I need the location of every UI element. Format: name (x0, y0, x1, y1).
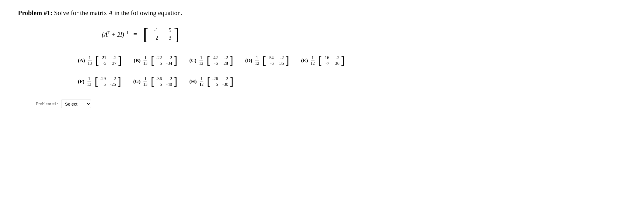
choice-item: (D) 1 12 [ 54 -2 -6 35 ] (245, 55, 291, 67)
matrix-content: -1 5 2 3 (149, 26, 174, 42)
choice-label: (E) (301, 58, 308, 64)
matrix-content: 21 -2 -5 37 (99, 55, 118, 67)
problem-description: Solve for the matrix A in the following … (54, 9, 182, 16)
right-bracket: ] (174, 55, 177, 66)
choice-matrix: [ 16 -2 -7 36 ] (318, 55, 345, 67)
matrix-content: -22 2 5 -34 (155, 55, 174, 67)
cell-r2c2: 35 (278, 61, 284, 66)
right-bracket: ] (229, 55, 233, 66)
right-bracket: ] (118, 55, 122, 66)
cell-r1c2: 5 (164, 27, 171, 34)
fraction-denominator: 12 (199, 61, 203, 66)
choice-matrix: [ -29 2 5 -25 ] (95, 76, 121, 88)
fraction-numerator: 1 (88, 56, 92, 61)
equation-lhs: (AT + 2I)−1 (102, 31, 129, 38)
bottom-problem-label: Problem #1: (36, 101, 58, 106)
answer-select[interactable]: SelectABCDEFGH (61, 100, 91, 108)
fraction: 1 12 (199, 76, 204, 87)
cell-r2c2: 36 (333, 61, 339, 66)
cell-r1c1: -26 (212, 76, 218, 81)
fraction-denominator: 12 (199, 82, 204, 87)
choice-matrix: [ 21 -2 -5 37 ] (95, 55, 122, 67)
problem-number: Problem #1: (18, 9, 52, 16)
cell-r1c1: 54 (268, 55, 274, 60)
choice-matrix: [ 42 -2 -6 28 ] (207, 55, 233, 67)
right-bracket: ] (230, 76, 233, 87)
cell-r2c1: 5 (156, 82, 162, 87)
matrix-content: 16 -2 -7 36 (322, 55, 341, 67)
cell-r1c2: -2 (111, 55, 117, 60)
right-bracket: ] (341, 55, 344, 66)
cell-r2c2: -40 (166, 82, 172, 87)
choice-label: (C) (189, 58, 196, 64)
choices-row-1: (A) 1 13 [ 21 -2 -5 37 ] (B) 1 13 [ -22 … (78, 55, 626, 67)
cell-r2c2: 28 (222, 61, 228, 66)
fraction: 1 13 (143, 56, 147, 66)
choice-item: (G) 1 13 [ -36 2 5 -40 ] (133, 76, 179, 88)
matrix-content: 42 -2 -6 28 (210, 55, 229, 67)
cell-r2c2: -34 (166, 61, 172, 66)
fraction: 1 12 (255, 56, 259, 66)
left-bracket: [ (207, 55, 210, 66)
fraction-denominator: 13 (143, 82, 147, 87)
fraction-numerator: 1 (87, 76, 91, 82)
right-bracket: ] (174, 26, 179, 43)
fraction-denominator: 12 (311, 61, 315, 66)
cell-r1c2: -2 (278, 55, 284, 60)
fraction-denominator: 13 (87, 82, 91, 87)
cell-r1c2: 2 (166, 76, 172, 81)
cell-r2c2: 37 (111, 61, 117, 66)
cell-r1c1: -1 (151, 27, 158, 34)
cell-r2c1: 5 (100, 82, 106, 87)
cell-r1c1: -29 (100, 76, 106, 81)
choice-label: (G) (133, 79, 141, 85)
choice-label: (H) (189, 79, 197, 85)
choice-matrix: [ -36 2 5 -40 ] (151, 76, 177, 88)
left-bracket: [ (95, 76, 98, 87)
choice-item: (C) 1 12 [ 42 -2 -6 28 ] (189, 55, 235, 67)
fraction-numerator: 1 (200, 76, 203, 82)
cell-r1c2: -2 (333, 55, 339, 60)
right-bracket: ] (285, 55, 289, 66)
choice-matrix: [ 54 -2 -6 35 ] (262, 55, 289, 67)
cell-r1c2: -2 (222, 55, 228, 60)
choice-label: (A) (78, 58, 85, 64)
left-bracket: [ (151, 55, 154, 66)
problem-header: Problem #1: Solve for the matrix A in th… (18, 9, 626, 17)
choice-label: (F) (78, 79, 84, 85)
left-bracket: [ (207, 76, 211, 87)
fraction-denominator: 12 (255, 61, 259, 66)
choice-matrix: [ -22 2 5 -34 ] (151, 55, 177, 67)
fraction: 1 13 (143, 76, 147, 87)
cell-r2c1: -6 (268, 61, 274, 66)
choices-row-2: (F) 1 13 [ -29 2 5 -25 ] (G) 1 13 [ -36 … (78, 76, 626, 88)
fraction-numerator: 1 (255, 56, 259, 61)
right-bracket: ] (117, 76, 121, 87)
fraction: 1 13 (87, 76, 91, 87)
cell-r1c1: -22 (156, 55, 162, 60)
fraction-numerator: 1 (199, 56, 203, 61)
matrix-content: 54 -2 -6 35 (266, 55, 285, 67)
cell-r2c1: -7 (323, 61, 329, 66)
variable-A: A (109, 9, 113, 16)
cell-r2c1: 5 (212, 82, 218, 87)
cell-r2c2: -30 (222, 82, 228, 87)
choice-label: (B) (134, 58, 141, 64)
cell-r1c2: 2 (222, 76, 228, 81)
cell-r2c1: 2 (151, 35, 158, 41)
cell-r1c1: -36 (156, 76, 162, 81)
fraction: 1 13 (88, 56, 92, 66)
choice-label: (D) (245, 58, 253, 64)
choice-item: (F) 1 13 [ -29 2 5 -25 ] (78, 76, 123, 88)
left-bracket: [ (318, 55, 322, 66)
fraction-numerator: 1 (311, 56, 315, 61)
equation-rhs-matrix: [ -1 5 2 3 ] (143, 26, 179, 43)
left-bracket: [ (95, 55, 99, 66)
fraction-numerator: 1 (143, 56, 147, 61)
fraction-denominator: 13 (88, 61, 92, 66)
left-bracket: [ (151, 76, 154, 87)
fraction: 1 12 (199, 56, 203, 66)
bottom-row: Problem #1: SelectABCDEFGH (36, 100, 626, 108)
matrix-content: -26 2 5 -30 (211, 76, 230, 88)
equation-block: (AT + 2I)−1 = [ -1 5 2 3 ] (102, 26, 626, 43)
